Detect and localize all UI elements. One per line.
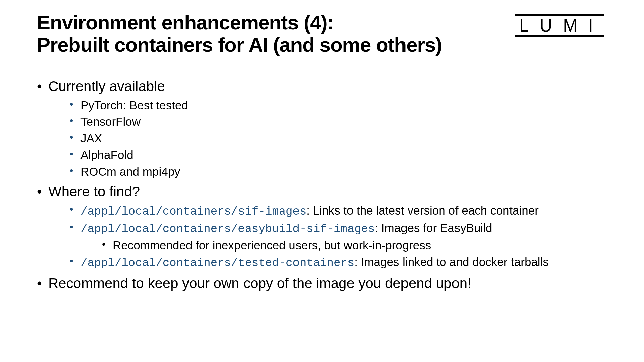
slide-body: Currently available PyTorch: Best tested…: [37, 77, 604, 293]
title-line-2: Prebuilt containers for AI (and some oth…: [37, 34, 442, 56]
list-item: AlphaFold: [70, 147, 604, 163]
list-item: JAX: [70, 131, 604, 146]
path-desc: : Images linked to and docker tarballs: [354, 255, 549, 268]
path-text: /appl/local/containers/easybuild-sif-ima…: [80, 223, 375, 235]
slide-title: Environment enhancements (4): Prebuilt c…: [37, 12, 442, 56]
list-item: TensorFlow: [70, 114, 604, 129]
bullet-where-to-find: Where to find? /appl/local/containers/si…: [37, 182, 604, 270]
path-desc: : Images for EasyBuild: [375, 221, 492, 234]
list-item: Recommended for inexperienced users, but…: [102, 238, 604, 253]
bullet-label: Currently available: [48, 78, 165, 94]
slide-header: Environment enhancements (4): Prebuilt c…: [37, 12, 604, 56]
lumi-logo: LUMI: [515, 14, 604, 37]
title-line-1: Environment enhancements (4):: [37, 12, 442, 34]
bullet-recommend: Recommend to keep your own copy of the i…: [37, 274, 604, 293]
list-item: ROCm and mpi4py: [70, 164, 604, 179]
bullet-label: Recommend to keep your own copy of the i…: [48, 275, 471, 291]
list-item: /appl/local/containers/easybuild-sif-ima…: [70, 220, 604, 253]
path-text: /appl/local/containers/tested-containers: [80, 257, 354, 269]
list-item: /appl/local/containers/sif-images: Links…: [70, 203, 604, 219]
path-desc: : Links to the latest version of each co…: [306, 204, 539, 217]
list-item: PyTorch: Best tested: [70, 98, 604, 113]
list-item: /appl/local/containers/tested-containers…: [70, 254, 604, 270]
bullet-label: Where to find?: [48, 184, 140, 199]
path-text: /appl/local/containers/sif-images: [80, 205, 306, 218]
bullet-currently-available: Currently available PyTorch: Best tested…: [37, 77, 604, 179]
